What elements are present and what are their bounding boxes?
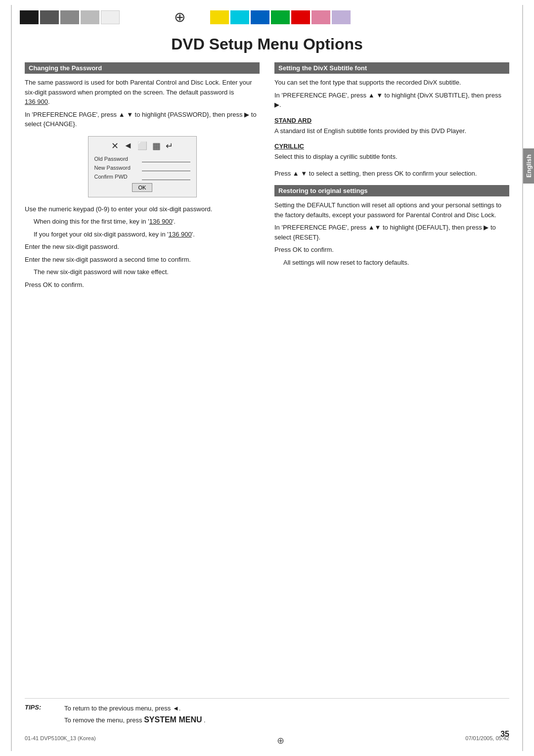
ok-button-row: OK xyxy=(94,183,190,192)
form-row-confirm-pwd: Confirm PWD xyxy=(94,173,190,180)
restore-settings-body: Setting the DEFAULT function will reset … xyxy=(274,200,509,267)
tips-line2-suffix: . xyxy=(202,716,205,724)
tips-line2: To remove the menu, press SYSTEM MENU . xyxy=(64,713,206,726)
first-time-instruction: When doing this for the first time, key … xyxy=(25,217,260,227)
left-column: Changing the Password The same password … xyxy=(25,62,260,296)
english-language-tab: English xyxy=(523,148,534,184)
restore-settings-intro: Setting the DEFAULT function will reset … xyxy=(274,200,509,220)
tips-section: TIPS: To return to the previous menu, pr… xyxy=(25,698,509,726)
color-block-black xyxy=(20,10,39,24)
numeric-keypad-instruction: Use the numeric keypad (0-9) to enter yo… xyxy=(25,204,260,214)
color-block-pink xyxy=(312,10,330,24)
divx-subtitle-instruction: In 'PREFERENCE PAGE', press ▲ ▼ to highl… xyxy=(274,91,509,110)
divx-subtitle-body: You can set the font type that supports … xyxy=(274,78,509,110)
standard-subtitle-body: A standard list of English subtitle font… xyxy=(274,126,509,136)
scissors-icon: ✕ xyxy=(111,141,119,151)
right-column: Setting the DivX Subtitle font You can s… xyxy=(274,62,509,296)
color-block-red xyxy=(291,10,310,24)
section-divx-subtitle-header: Setting the DivX Subtitle font xyxy=(274,62,509,74)
footer-right: 07/01/2005, 05:42 xyxy=(465,735,509,746)
new-password-input[interactable] xyxy=(142,164,190,171)
top-color-bar: ⊕ xyxy=(0,0,534,30)
nav-instruction: Press ▲ ▼ to select a setting, then pres… xyxy=(274,169,509,179)
password-intro-text: The same password is used for both Paren… xyxy=(25,78,260,107)
preference-page-instruction: In 'PREFERENCE PAGE', press ▲ ▼ to highl… xyxy=(25,110,260,129)
dialog-form: Old Password New Password Confirm PWD OK xyxy=(94,155,190,192)
footer: 01-41 DVP5100K_13 (Korea) ⊕ 07/01/2005, … xyxy=(25,735,509,746)
color-block-green xyxy=(271,10,290,24)
back-arrow-icon: ◄ xyxy=(124,141,133,151)
section-changing-password-body: The same password is used for both Paren… xyxy=(25,78,260,129)
section-changing-password-header: Changing the Password xyxy=(25,62,260,74)
footer-center-crosshair: ⊕ xyxy=(277,735,284,746)
tips-label: TIPS: xyxy=(25,704,54,711)
color-block-blue xyxy=(251,10,269,24)
forgot-password-value: 136 900 xyxy=(169,231,192,238)
enter-new-password-instruction: Enter the new six-digit password. xyxy=(25,242,260,252)
enter-new-password-second-instruction: Enter the new six-digit password a secon… xyxy=(25,255,260,265)
standard-subtitle-text: A standard list of English subtitle font… xyxy=(274,126,509,136)
tips-content: To return to the previous menu, press ◄.… xyxy=(64,704,206,726)
tips-line2-prefix: To remove the menu, press xyxy=(64,716,144,724)
section-restore-settings-header: Restoring to original settings xyxy=(274,185,509,196)
confirm-pwd-input[interactable] xyxy=(142,173,190,180)
new-password-label: New Password xyxy=(94,165,139,171)
dialog-icons-row: ✕ ◄ ⬜ ▦ ↵ xyxy=(94,141,190,151)
press-ok-confirm-right: Press OK to confirm. xyxy=(274,245,509,255)
color-block-darkgray xyxy=(40,10,59,24)
ok-button[interactable]: OK xyxy=(132,183,153,192)
main-content: Changing the Password The same password … xyxy=(0,62,534,296)
right-border-line xyxy=(522,5,523,751)
nav-select-text: Press ▲ ▼ to select a setting, then pres… xyxy=(274,169,509,179)
forgot-password-instruction: If you forget your old six-digit passwor… xyxy=(25,230,260,239)
form-row-new-password: New Password xyxy=(94,164,190,171)
grid-icon: ▦ xyxy=(152,141,161,151)
new-password-effect: The new six-digit password will now take… xyxy=(25,267,260,277)
grayscale-blocks xyxy=(20,10,120,24)
color-block-lightgray xyxy=(81,10,99,24)
password-dialog: ✕ ◄ ⬜ ▦ ↵ Old Password New Password Conf… xyxy=(88,136,197,197)
cyrillic-subtitle-body: Select this to display a cyrillic subtit… xyxy=(274,152,509,162)
enter-icon: ↵ xyxy=(166,141,173,151)
tips-line1: To return to the previous menu, press ◄. xyxy=(64,704,206,714)
color-block-gray xyxy=(60,10,79,24)
tips-system-menu: SYSTEM MENU xyxy=(144,715,202,724)
divx-subtitle-intro: You can set the font type that supports … xyxy=(274,78,509,88)
crosshair-icon: ⊕ xyxy=(174,9,185,25)
cyrillic-subtitle-title: CYRILLIC xyxy=(274,142,509,150)
old-password-label: Old Password xyxy=(94,156,139,162)
standard-subtitle-title: STAND ARD xyxy=(274,117,509,124)
confirm-pwd-label: Confirm PWD xyxy=(94,174,139,180)
copy-icon: ⬜ xyxy=(137,141,147,150)
default-password: 136 900 xyxy=(25,98,48,105)
color-block-yellow xyxy=(210,10,229,24)
page-title: DVD Setup Menu Options xyxy=(0,35,534,53)
left-border-line xyxy=(11,5,12,751)
color-block-white xyxy=(101,10,120,24)
restore-preference-instruction: In 'PREFERENCE PAGE', press ▲▼ to highli… xyxy=(274,223,509,242)
color-block-cyan xyxy=(230,10,249,24)
password-instructions: Use the numeric keypad (0-9) to enter yo… xyxy=(25,204,260,290)
cyrillic-subtitle-text: Select this to display a cyrillic subtit… xyxy=(274,152,509,162)
password-intro-span: The same password is used for both Paren… xyxy=(25,79,252,96)
first-time-password: 136 900 xyxy=(149,218,173,225)
form-row-old-password: Old Password xyxy=(94,155,190,162)
all-settings-reset-text: All settings will now reset to factory d… xyxy=(274,258,509,268)
color-block-lavender xyxy=(332,10,351,24)
color-blocks xyxy=(210,10,351,24)
old-password-input[interactable] xyxy=(142,155,190,162)
footer-left: 01-41 DVP5100K_13 (Korea) xyxy=(25,735,96,746)
press-ok-confirm-left: Press OK to confirm. xyxy=(25,280,260,290)
